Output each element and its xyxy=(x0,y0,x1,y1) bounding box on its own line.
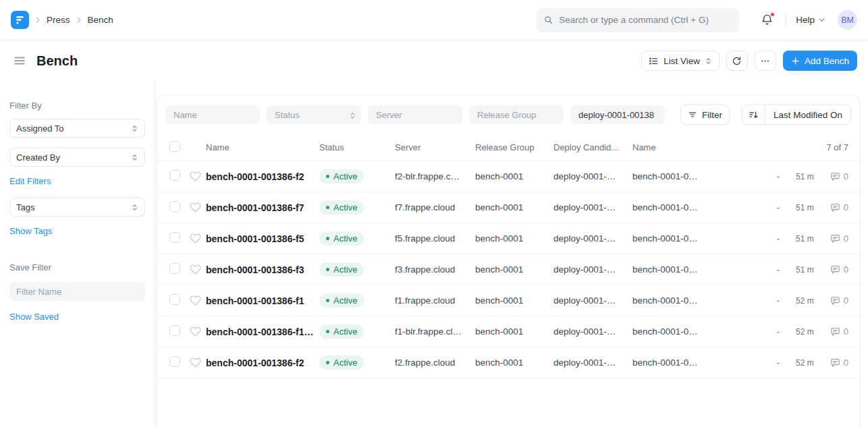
table-row[interactable]: bench-0001-001386-f3 Active f3.frappe.cl… xyxy=(157,254,859,285)
favorite-heart-icon[interactable] xyxy=(190,171,206,182)
table-row[interactable]: bench-0001-001386-f2 Active f2-blr.frapp… xyxy=(157,161,859,192)
table-row[interactable]: bench-0001-001386-f1 Active f1.frappe.cl… xyxy=(157,285,859,316)
breadcrumb-bench[interactable]: Bench xyxy=(88,15,113,25)
status-badge: Active xyxy=(319,262,364,277)
server-cell: f3.frappe.cloud xyxy=(395,264,475,275)
table-row[interactable]: bench-0001-001386-f2 Active f2.frappe.cl… xyxy=(157,347,859,378)
page-header: Bench List View Add Bench xyxy=(0,40,868,81)
chevron-updown-icon xyxy=(705,57,712,65)
assigned-to-value: Assigned To xyxy=(16,123,64,134)
bench-name[interactable]: bench-0001-001386-f7 xyxy=(206,202,319,213)
row-checkbox[interactable] xyxy=(169,201,180,212)
tags-select[interactable]: Tags xyxy=(9,198,145,217)
status-dot-icon xyxy=(326,361,329,364)
bench-name[interactable]: bench-0001-001386-f5 xyxy=(206,233,319,244)
server-cell: f7.frappe.cloud xyxy=(395,202,475,212)
status-label: Active xyxy=(333,326,357,337)
status-label: Active xyxy=(333,264,357,275)
show-tags-link[interactable]: Show Tags xyxy=(9,226,52,236)
filter-button[interactable]: Filter xyxy=(680,105,730,125)
row-meta: - 51 m 0 xyxy=(730,264,848,275)
row-checkbox[interactable] xyxy=(169,263,180,274)
row-checkbox[interactable] xyxy=(169,356,180,367)
column-deploy-candidate[interactable]: Deploy Candid... xyxy=(553,142,632,152)
column-release-group[interactable]: Release Group xyxy=(475,142,553,152)
deploy-candidate-cell: deploy-0001-… xyxy=(553,202,632,212)
name2-cell: bench-0001-0… xyxy=(632,326,730,337)
bench-name[interactable]: bench-0001-001386-f1 xyxy=(206,295,319,306)
comments-cell: 0 xyxy=(830,264,848,275)
favorite-heart-icon[interactable] xyxy=(190,233,206,244)
help-menu[interactable]: Help xyxy=(796,15,825,25)
sidebar-toggle-button[interactable] xyxy=(11,52,28,69)
modified-time: 52 m xyxy=(796,327,814,337)
sort-direction-button[interactable] xyxy=(742,105,765,124)
column-server[interactable]: Server xyxy=(395,142,475,152)
filter-deploy-candidate-field[interactable] xyxy=(570,105,665,124)
release-group-cell: bench-0001 xyxy=(475,326,553,337)
row-checkbox[interactable] xyxy=(169,294,180,305)
breadcrumb-press[interactable]: Press xyxy=(47,15,70,25)
edit-filters-link[interactable]: Edit Filters xyxy=(9,176,51,186)
favorite-heart-icon[interactable] xyxy=(190,202,206,213)
filter-server-field[interactable] xyxy=(368,105,462,124)
modified-time: 52 m xyxy=(796,358,814,368)
bench-name[interactable]: bench-0001-001386-f2 xyxy=(206,358,319,368)
name2-cell: bench-0001-0… xyxy=(632,358,730,368)
favorite-heart-icon[interactable] xyxy=(190,264,206,275)
server-cell: f2-blr.frappe.c… xyxy=(395,171,475,181)
filter-release-group-field[interactable] xyxy=(469,105,564,124)
filter-icon xyxy=(688,110,697,119)
page-title: Bench xyxy=(36,53,78,69)
more-options-button[interactable] xyxy=(755,51,776,71)
favorite-heart-icon[interactable] xyxy=(190,295,206,306)
assignee-cell: - xyxy=(777,326,780,337)
avatar[interactable]: BM xyxy=(838,10,857,30)
chevron-updown-icon xyxy=(131,154,138,161)
created-by-value: Created By xyxy=(16,152,60,163)
bench-name[interactable]: bench-0001-001386-f1… xyxy=(206,326,319,337)
row-meta: - 52 m 0 xyxy=(730,358,848,368)
assigned-to-select[interactable]: Assigned To xyxy=(9,119,145,138)
chevron-down-icon xyxy=(818,16,825,24)
column-name[interactable]: Name xyxy=(206,142,319,152)
bench-name[interactable]: bench-0001-001386-f3 xyxy=(206,264,319,275)
show-saved-link[interactable]: Show Saved xyxy=(9,312,59,322)
row-checkbox[interactable] xyxy=(169,325,180,336)
filter-status-input[interactable] xyxy=(267,105,361,124)
table-row[interactable]: bench-0001-001386-f1… Active f1-blr.frap… xyxy=(157,316,859,347)
favorite-heart-icon[interactable] xyxy=(190,357,206,368)
filter-sidebar: Filter By Assigned To Created By Edit Fi… xyxy=(0,81,155,427)
filter-status-field[interactable] xyxy=(267,105,361,124)
view-switcher-button[interactable]: List View xyxy=(641,51,720,71)
top-navbar: Press Bench Help BM xyxy=(0,0,868,40)
favorite-heart-icon[interactable] xyxy=(190,326,206,337)
column-status[interactable]: Status xyxy=(319,142,395,152)
hamburger-icon xyxy=(13,55,26,67)
table-row[interactable]: bench-0001-001386-f5 Active f5.frappe.cl… xyxy=(157,223,859,254)
status-dot-icon xyxy=(326,206,329,209)
filter-name-field[interactable] xyxy=(165,105,260,124)
deploy-candidate-cell: deploy-0001-… xyxy=(553,326,632,337)
search-input[interactable] xyxy=(559,15,732,25)
frappe-logo[interactable] xyxy=(11,11,29,29)
add-bench-button[interactable]: Add Bench xyxy=(783,51,857,71)
command-search[interactable] xyxy=(537,8,739,32)
comment-icon xyxy=(830,326,840,337)
filter-name-input[interactable] xyxy=(9,282,145,301)
avatar-initials: BM xyxy=(841,16,854,25)
sort-field-button[interactable]: Last Modified On xyxy=(765,105,850,124)
column-name2[interactable]: Name xyxy=(632,142,730,152)
server-cell: f1.frappe.cloud xyxy=(395,295,475,306)
bench-name[interactable]: bench-0001-001386-f2 xyxy=(206,171,319,182)
table-row[interactable]: bench-0001-001386-f7 Active f7.frappe.cl… xyxy=(157,192,859,223)
created-by-select[interactable]: Created By xyxy=(9,148,145,167)
comment-count: 0 xyxy=(844,233,848,244)
notifications-button[interactable] xyxy=(758,11,776,29)
comment-icon xyxy=(830,233,840,244)
select-all-checkbox[interactable] xyxy=(169,141,180,152)
row-checkbox[interactable] xyxy=(169,232,180,243)
row-checkbox[interactable] xyxy=(169,170,180,181)
search-icon xyxy=(543,15,553,25)
refresh-button[interactable] xyxy=(726,51,748,71)
